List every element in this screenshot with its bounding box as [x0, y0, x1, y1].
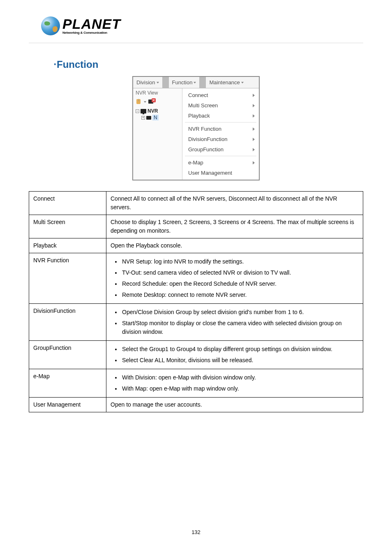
- table-cell-list: Select the Group1 to Group4 to display d…: [111, 344, 359, 366]
- table-cell-label: Multi Screen: [29, 215, 106, 238]
- list-item: With Division: open e-Map with division …: [121, 372, 359, 383]
- function-table: ConnectConnect All to connect all of the…: [29, 191, 363, 412]
- add-nvr-icon[interactable]: [136, 98, 142, 106]
- tree-root-row[interactable]: − NVR: [136, 108, 180, 114]
- list-item: TV-Out: send camera video of selected NV…: [121, 267, 359, 278]
- list-item: NVR Setup: log into NVR to modify the se…: [121, 256, 359, 267]
- dropdown-icon: [241, 82, 244, 83]
- separator: [162, 77, 169, 88]
- submenu-arrow-icon: [253, 94, 255, 97]
- list-item: Remote Desktop: connect to remote NVR se…: [121, 289, 359, 301]
- header-logo-area: PLANET Networking & Communication: [29, 16, 363, 43]
- list-item: Select the Group1 to Group4 to display d…: [121, 344, 359, 355]
- submenu-arrow-icon: [253, 104, 255, 107]
- submenu-arrow-icon: [253, 138, 255, 141]
- menu-item-label: Multi Screen: [188, 102, 218, 109]
- table-cell-label: NVR Function: [29, 253, 106, 304]
- table-cell-list: Open/Close Division Group by select divi…: [111, 307, 359, 338]
- menu-item-user-management[interactable]: User Management: [182, 168, 259, 178]
- table-cell-list: With Division: open e-Map with division …: [111, 372, 359, 394]
- menu-item-label: Playback: [188, 113, 210, 119]
- sidebar-toolbar: [136, 98, 180, 106]
- table-row: e-MapWith Division: open e-Map with divi…: [29, 369, 363, 398]
- table-cell-label: Connect: [29, 192, 106, 215]
- collapse-icon[interactable]: −: [136, 109, 139, 113]
- table-cell-list: NVR Setup: log into NVR to modify the se…: [111, 256, 359, 301]
- menu-maintenance[interactable]: Maintenance: [206, 77, 247, 88]
- page-number: 132: [0, 529, 392, 535]
- menu-item-connect[interactable]: Connect: [182, 90, 259, 100]
- planet-globe-icon: [41, 16, 60, 35]
- menu-item-playback[interactable]: Playback: [182, 111, 259, 121]
- submenu-arrow-icon: [253, 114, 255, 118]
- menu-function[interactable]: Function: [169, 77, 200, 88]
- menu-maintenance-label: Maintenance: [209, 79, 240, 86]
- table-cell-desc: Select the Group1 to Group4 to display d…: [106, 341, 363, 369]
- menu-item-label: User Management: [188, 170, 232, 176]
- submenu-arrow-icon: [253, 161, 255, 164]
- menu-function-label: Function: [172, 79, 193, 86]
- sidebar-view-label: NVR View: [136, 90, 180, 96]
- menu-division[interactable]: Division: [133, 77, 162, 88]
- menu-divider: [185, 122, 256, 123]
- monitor-icon: [141, 109, 146, 113]
- table-row: NVR FunctionNVR Setup: log into NVR to m…: [29, 253, 363, 304]
- table-cell-desc: Open/Close Division Group by select divi…: [106, 304, 363, 341]
- function-dropdown-menu: Connect Multi Screen Playback NVR Functi…: [182, 88, 259, 180]
- table-row: PlaybackOpen the Playback console.: [29, 238, 363, 253]
- logo-tagline: Networking & Communication: [62, 31, 121, 35]
- table-cell-label: Playback: [29, 238, 106, 253]
- menu-item-group-function[interactable]: GroupFunction: [182, 144, 259, 155]
- menu-divider: [185, 156, 256, 156]
- table-cell-desc: With Division: open e-Map with division …: [106, 369, 363, 398]
- table-cell-label: DivisionFunction: [29, 304, 106, 341]
- separator: [199, 77, 206, 88]
- monitor-small-icon: [146, 116, 151, 120]
- remove-nvr-icon[interactable]: [148, 99, 155, 105]
- ui-screenshot: Division Function Maintenance NVR View: [132, 76, 260, 180]
- menu-item-label: NVR Function: [188, 126, 221, 132]
- list-item: With Map: open e-Map with map window onl…: [121, 383, 359, 394]
- table-row: Multi ScreenChoose to display 1 Screen, …: [29, 215, 363, 238]
- menubar: Division Function Maintenance: [133, 77, 259, 88]
- screenshot-body: NVR View − NVR + N: [133, 88, 259, 180]
- function-table-body: ConnectConnect All to connect all of the…: [29, 192, 363, 412]
- menu-item-label: GroupFunction: [188, 146, 224, 153]
- table-row: ConnectConnect All to connect all of the…: [29, 192, 363, 215]
- menu-division-label: Division: [136, 79, 155, 86]
- table-cell-desc: NVR Setup: log into NVR to modify the se…: [106, 253, 363, 304]
- page-content: PLANET Networking & Communication ‧Funct…: [0, 0, 392, 429]
- menu-item-label: Connect: [188, 92, 208, 98]
- list-item: Select Clear ALL Monitor, divisions will…: [121, 355, 359, 366]
- tree-root-label: NVR: [148, 108, 158, 114]
- table-cell-desc: Open to manage the user accounts.: [106, 398, 363, 412]
- sidebar: NVR View − NVR + N: [133, 88, 182, 180]
- menu-item-division-function[interactable]: DivisionFunction: [182, 134, 259, 144]
- table-cell-label: User Management: [29, 398, 106, 412]
- table-row: User ManagementOpen to manage the user a…: [29, 398, 363, 412]
- menu-item-label: e-Map: [188, 160, 203, 166]
- table-cell-desc: Open the Playback console.: [106, 238, 363, 253]
- logo-brand: PLANET: [62, 17, 121, 30]
- table-cell-desc: Choose to display 1 Screen, 2 Screens, 3…: [106, 215, 363, 238]
- table-cell-label: e-Map: [29, 369, 106, 398]
- table-cell-label: GroupFunction: [29, 341, 106, 369]
- submenu-arrow-icon: [253, 148, 255, 151]
- logo-text: PLANET Networking & Communication: [62, 17, 121, 34]
- list-item: Record Schedule: open the Record Schedul…: [121, 278, 359, 289]
- list-item: Open/Close Division Group by select divi…: [121, 307, 359, 318]
- screenshot-wrapper: Division Function Maintenance NVR View: [29, 76, 363, 180]
- submenu-arrow-icon: [253, 127, 255, 131]
- dropdown-icon[interactable]: [144, 101, 146, 103]
- menu-item-multi-screen[interactable]: Multi Screen: [182, 100, 259, 111]
- menu-item-label: DivisionFunction: [188, 136, 227, 142]
- tree-child-row[interactable]: + N: [136, 115, 180, 120]
- menu-item-emap[interactable]: e-Map: [182, 157, 259, 168]
- menu-item-nvr-function[interactable]: NVR Function: [182, 124, 259, 134]
- expand-icon[interactable]: +: [141, 116, 145, 120]
- table-cell-desc: Connect All to connect all of the NVR se…: [106, 192, 363, 215]
- list-item: Start/Stop monitor to display or close t…: [121, 318, 359, 338]
- table-row: DivisionFunctionOpen/Close Division Grou…: [29, 304, 363, 341]
- table-row: GroupFunctionSelect the Group1 to Group4…: [29, 341, 363, 369]
- section-title: ‧Function: [53, 59, 363, 70]
